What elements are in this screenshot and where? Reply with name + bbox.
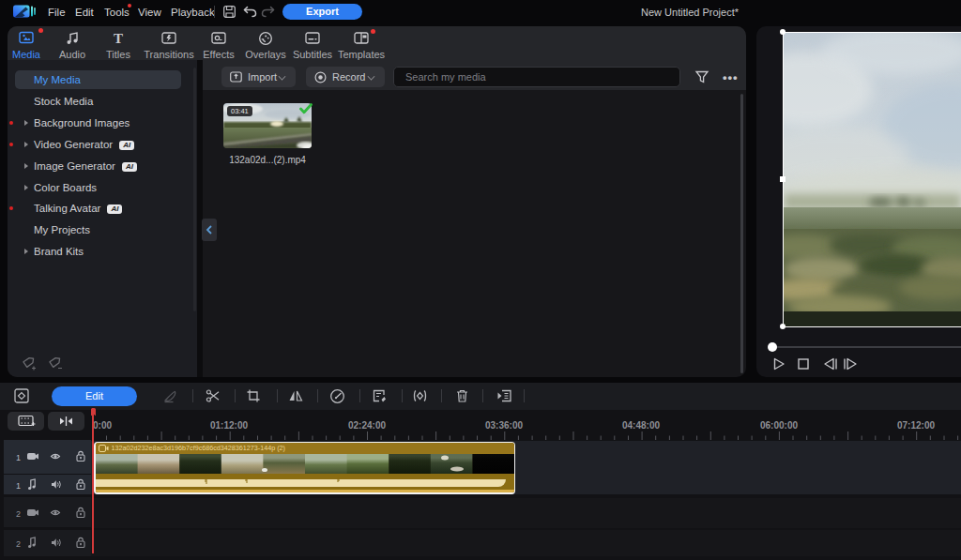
svg-text:1: 1 <box>16 480 21 490</box>
svg-text:1: 1 <box>16 453 21 462</box>
svg-text:2: 2 <box>16 508 21 518</box>
svg-text:2: 2 <box>16 539 21 549</box>
